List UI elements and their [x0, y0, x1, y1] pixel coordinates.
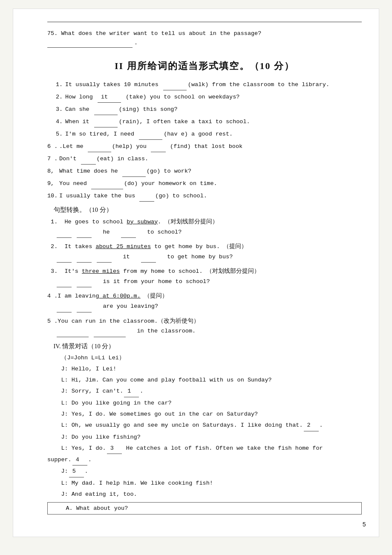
section-ii-items-6-10: 6 . .Let me (help) you (find) that lost … [47, 142, 362, 202]
list-item: 3. Can she (sing) this song? [56, 105, 362, 115]
highlighted-answer: A. What about you? [47, 502, 362, 515]
transform-q3: 3. It's three miles from my home to scho… [47, 267, 362, 287]
section-iv-title: IV. 情景对话（10 分） [47, 342, 362, 350]
question-75: 75. What does the writer want to tell us… [47, 29, 362, 48]
q75-text: 75. What does the writer want to tell us… [47, 30, 261, 37]
transform-section: 1. He goes to school by subway. （对划线部分提问… [47, 217, 362, 337]
list-item: 7 . Don't (eat) in class. [47, 154, 362, 165]
dialog-line: L: Oh, we usually go and see my uncle on… [47, 420, 362, 431]
transform-q5: 5 .You can run in the classroom.（改为祈使句） … [47, 317, 362, 337]
section-iv: IV. 情景对话（10 分） （J=John L=Li Lei） J: Hell… [47, 342, 362, 515]
transform-section-title: 句型转换。（10 分） [47, 206, 362, 214]
dialog-line: J: Yes, I do. We sometimes go out in the… [47, 409, 362, 419]
list-item: 9, You need (do) your homework on time. [47, 179, 362, 189]
list-item: 1. It usually takes 10 minutes (walk) fr… [56, 80, 362, 90]
list-item: 4. When it (rain), I often take a taxi t… [56, 117, 362, 127]
list-item: 10. I usually take the bus (go) to schoo… [47, 191, 362, 202]
dialog-line: L: Hi, Jim. Can you come and play footba… [47, 375, 362, 385]
list-item: 8, What time does he (go) to work? [47, 167, 362, 177]
page: 75. What does the writer want to tell us… [13, 9, 379, 537]
transform-q1: 1. He goes to school by subway. （对划线部分提问… [47, 217, 362, 238]
dialog-line: supper. 4 . [47, 455, 362, 465]
list-item: 2. How long it (take) you to school on w… [56, 92, 362, 103]
dialog-line: J: Sorry, I can't. 1 . [47, 386, 362, 397]
dialog-line: L: Yes, I do. 3 He catches a lot of fish… [47, 443, 362, 454]
section-ii-header: II 用所给词的适当形式填空。（10 分） [47, 60, 362, 72]
transform-q2: 2. It takes about 25 minutes to get home… [47, 242, 362, 263]
dialog-line: L: Do you like going in the car? [47, 398, 362, 408]
transform-q4: 4 .I am leaving at 6:00p.m. （提问） are you… [47, 292, 362, 312]
list-item: 5. I'm so tired, I need (hav e) a good r… [56, 130, 362, 140]
dialog-line: J: Hello, I Lei! [47, 364, 362, 374]
q75-answer-line [47, 38, 133, 48]
dialog-line: J: Do you like fishing? [47, 432, 362, 442]
top-divider [47, 22, 362, 22]
dialog-line: J: And eating it, too. [47, 489, 362, 500]
list-item: 6 . .Let me (help) you (find) that lost … [47, 142, 362, 152]
dialog-line: J: 5 . [47, 466, 362, 477]
dialog-section: （J=John L=Li Lei） J: Hello, I Lei! L: Hi… [47, 354, 362, 515]
page-number: 5 [363, 521, 366, 528]
dialog-line: L: My dad. I help him. We like cooking f… [47, 478, 362, 489]
dialog-intro: （J=John L=Li Lei） [47, 354, 362, 361]
section-ii-items-1-5: 1. It usually takes 10 minutes (walk) fr… [47, 80, 362, 140]
